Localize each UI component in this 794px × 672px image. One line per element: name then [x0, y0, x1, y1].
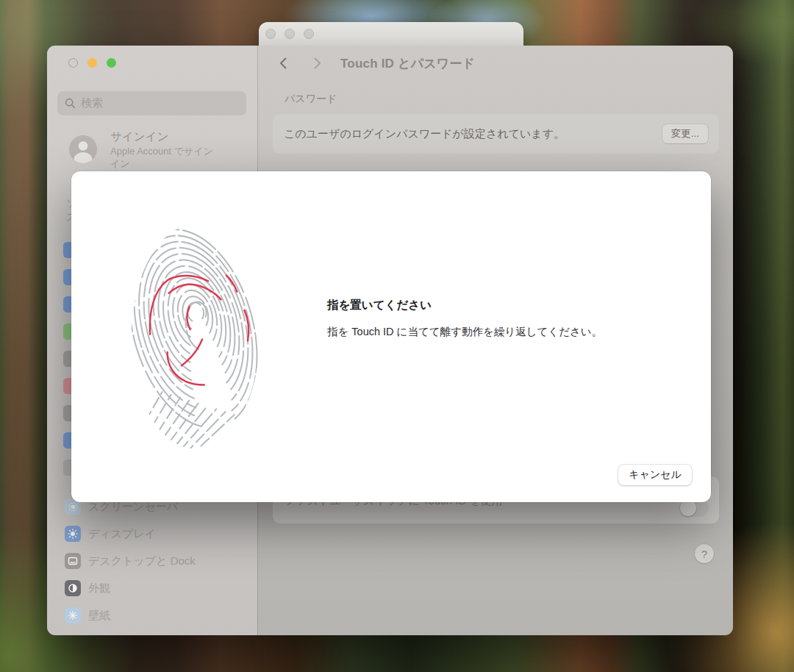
zoom-button[interactable]: [107, 58, 116, 68]
appearance-icon: [65, 580, 81, 596]
sidebar-item-displays[interactable]: ディスプレイ: [65, 526, 196, 542]
sidebar-item-appearance[interactable]: 外観: [65, 580, 196, 596]
password-status-text: このユーザのログインパスワードが設定されています。: [284, 127, 662, 141]
close-button[interactable]: [68, 58, 78, 68]
traffic-lights: [68, 58, 116, 68]
bg-zoom-button[interactable]: [304, 29, 314, 39]
help-button[interactable]: ?: [695, 544, 714, 563]
dialog-subtitle: 指を Touch ID に当てて離す動作を繰り返してください。: [327, 325, 673, 339]
signin-title: サインイン: [110, 129, 168, 145]
display-icon: [65, 526, 81, 542]
sidebar-item-desktop-dock[interactable]: デスクトップと Dock: [65, 553, 196, 569]
bg-minimize-button[interactable]: [285, 29, 295, 39]
sidebar-item-wallpaper[interactable]: 壁紙: [65, 607, 196, 623]
forward-chevron-icon[interactable]: [310, 57, 323, 70]
desktop-dock-icon: [65, 553, 81, 569]
background-window-traffic-lights: [265, 29, 314, 39]
touch-id-enrollment-dialog: 指を置いてください 指を Touch ID に当てて離す動作を繰り返してください…: [71, 171, 711, 502]
search-icon: [65, 98, 76, 109]
dialog-text-block: 指を置いてください 指を Touch ID に当てて離す動作を繰り返してください…: [327, 298, 673, 339]
dialog-title: 指を置いてください: [327, 298, 673, 313]
password-card: このユーザのログインパスワードが設定されています。 変更...: [273, 114, 719, 154]
minimize-button[interactable]: [87, 58, 97, 68]
back-chevron-icon[interactable]: [277, 57, 290, 70]
avatar: [69, 135, 97, 163]
wallpaper-icon: [65, 607, 81, 623]
fingerprint-icon: [129, 223, 262, 457]
sidebar-bottom-items: スクリーンセーバ ディスプレイ: [65, 498, 196, 623]
search-input[interactable]: 検索: [57, 91, 246, 115]
bg-close-button[interactable]: [265, 29, 276, 39]
signin-subtitle: Apple Account でサイン イン: [110, 145, 235, 170]
toggle-knob: [680, 500, 696, 516]
page-title: Touch ID とパスワード: [340, 55, 475, 72]
password-section-label: パスワード: [285, 93, 337, 106]
search-placeholder: 検索: [81, 96, 103, 110]
cancel-button[interactable]: キャンセル: [618, 465, 692, 485]
change-password-button[interactable]: 変更...: [662, 124, 708, 143]
